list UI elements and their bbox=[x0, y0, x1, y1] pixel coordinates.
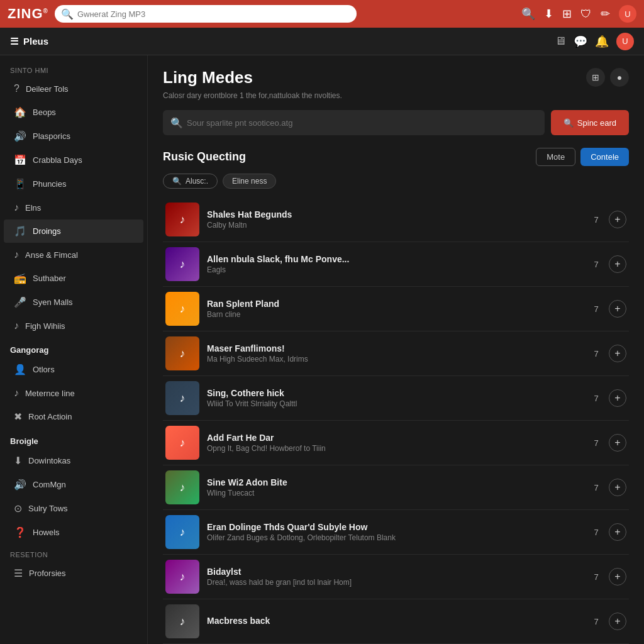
header-icon-btn-2[interactable]: ● bbox=[610, 68, 629, 87]
sidebar-item-suthaber[interactable]: 📻 Suthaber bbox=[4, 267, 143, 290]
continue-button[interactable]: Contele bbox=[580, 148, 629, 166]
active-music-icon: 🎵 bbox=[14, 225, 26, 237]
main-content: Ling Medes ⊞ ● Calosr dary erontblore 1 … bbox=[148, 55, 644, 644]
speaker2-icon: 🔊 bbox=[14, 479, 26, 491]
sidebar-item-common[interactable]: 🔊 ComMgn bbox=[4, 473, 143, 496]
sidebar-item-droings[interactable]: 🎵 Droings bbox=[4, 219, 143, 243]
user-avatar[interactable]: U bbox=[619, 5, 636, 23]
song-item[interactable]: ♪ Macbress back 7 + bbox=[163, 599, 629, 644]
sidebar-item-sulry-tows[interactable]: ⊙ Sulry Tows bbox=[4, 497, 143, 520]
search-button[interactable]: 🔍 Spinc eard bbox=[551, 110, 629, 135]
sidebar-item-meternce-iine[interactable]: ♪ Meternce Iine bbox=[4, 382, 143, 404]
header-icon-btn-1[interactable]: ⊞ bbox=[586, 68, 605, 87]
sidebar-item-root-actioin[interactable]: ✖ Root Actioin bbox=[4, 405, 143, 428]
song-actions: 7 + bbox=[590, 434, 626, 452]
sidebar-group-gangorag: Gangorag bbox=[0, 338, 147, 357]
shield-icon[interactable]: 🛡 bbox=[580, 8, 592, 21]
song-number: 7 bbox=[590, 438, 602, 448]
song-name: Allen nbula Slack, fhu Mc Ponve... bbox=[207, 254, 582, 264]
nav-menu[interactable]: ☰ Pleus bbox=[10, 36, 48, 47]
chat-icon[interactable]: 💬 bbox=[574, 35, 587, 48]
song-list: ♪ Shales Hat Begunds Calby Maltn 7 + ♪ A… bbox=[163, 197, 629, 644]
sidebar-label: Elns bbox=[25, 203, 41, 213]
song-actions: 7 + bbox=[590, 389, 626, 407]
calendar-icon: 📅 bbox=[14, 154, 26, 166]
page-subtitle: Calosr dary erontblore 1 the for,nattulo… bbox=[163, 91, 629, 100]
song-add-button[interactable]: + bbox=[609, 434, 626, 452]
edit-icon[interactable]: ✏ bbox=[601, 7, 610, 21]
song-item[interactable]: ♪ Maser Fanflimons! Ma High Sudeeсh Max,… bbox=[163, 331, 629, 376]
sidebar-item-proforsies[interactable]: ☰ Proforsies bbox=[4, 562, 143, 585]
hamburger-icon[interactable]: ☰ bbox=[10, 36, 18, 47]
song-actions: 7 + bbox=[590, 568, 626, 586]
sidebar-item-otlors[interactable]: 👤 Otlors bbox=[4, 358, 143, 381]
song-thumbnail: ♪ bbox=[165, 381, 199, 415]
song-item[interactable]: ♪ Ran Splent Pland Barn cline 7 + bbox=[163, 287, 629, 331]
song-add-button[interactable]: + bbox=[609, 389, 626, 407]
sidebar-item-phuncies[interactable]: 📱 Phuncies bbox=[4, 172, 143, 196]
song-item[interactable]: ♪ Add Fart He Dar Opng It, Bag Chd! Howb… bbox=[163, 421, 629, 465]
song-name: Ran Splent Pland bbox=[207, 299, 582, 309]
song-item[interactable]: ♪ Sine Wi2 Adon Bite Wling Tuecact 7 + bbox=[163, 465, 629, 510]
filter-chip-label-2: Eline ness bbox=[232, 177, 267, 186]
song-item[interactable]: ♪ Bidaylst Drea!, wass hald be gran [ind… bbox=[163, 555, 629, 599]
song-add-button[interactable]: + bbox=[609, 568, 626, 586]
song-add-button[interactable]: + bbox=[609, 211, 626, 228]
sidebar-label: Phuncies bbox=[33, 179, 66, 189]
sidebar-item-anse-fimcal[interactable]: ♪ Anse & Fimcal bbox=[4, 243, 143, 266]
mic-icon: 🎤 bbox=[14, 296, 26, 308]
help-icon: ❓ bbox=[14, 526, 26, 538]
main-layout: Sinto HMI ? Deileer Tols 🏠 Beops 🔊 Plasp… bbox=[0, 55, 644, 644]
search-icon-nav[interactable]: 🔍 bbox=[521, 7, 535, 21]
second-nav-avatar[interactable]: U bbox=[616, 33, 634, 50]
song-info: Macbress back bbox=[207, 616, 582, 627]
song-number: 7 bbox=[590, 572, 602, 582]
sidebar-item-elns[interactable]: ♪ Elns bbox=[4, 196, 143, 219]
sidebar-item-figh-wihiis[interactable]: ♪ Figh Wihiis bbox=[4, 314, 143, 337]
sidebar-label: Meternce Iine bbox=[25, 389, 75, 398]
sidebar-item-deileer-tols[interactable]: ? Deileer Tols bbox=[4, 77, 143, 100]
sidebar-label: ComMgn bbox=[33, 480, 66, 489]
main-search-wrap[interactable]: 🔍 bbox=[163, 110, 545, 135]
top-search-bar[interactable]: 🔍 bbox=[55, 5, 357, 23]
song-add-button[interactable]: + bbox=[609, 300, 626, 318]
song-add-button[interactable]: + bbox=[609, 479, 626, 496]
search-icon: 🔍 bbox=[61, 8, 74, 20]
sidebar-label: Root Actioin bbox=[28, 412, 72, 421]
sidebar-item-dowintokas[interactable]: ⬇ Dowintokas bbox=[4, 449, 143, 472]
second-nav-icons: 🖥 💬 🔔 U bbox=[555, 33, 634, 50]
sidebar-item-plasporics[interactable]: 🔊 Plasporics bbox=[4, 125, 143, 148]
filter-search-icon[interactable]: 🔍 Alusc:. bbox=[163, 174, 218, 189]
monitor-icon[interactable]: 🖥 bbox=[555, 35, 566, 48]
download-icon[interactable]: ⬇ bbox=[544, 7, 553, 21]
sidebar-label: Crabbla Days bbox=[33, 155, 82, 165]
grid-icon[interactable]: ⊞ bbox=[562, 7, 572, 21]
section-title: Rusic Quecting bbox=[163, 150, 246, 164]
song-item[interactable]: ♪ Eran Dolinge Thds Quar'd Subyle How Ol… bbox=[163, 510, 629, 555]
song-add-button[interactable]: + bbox=[609, 255, 626, 273]
logo[interactable]: ZING® bbox=[8, 6, 48, 22]
bell-icon[interactable]: 🔔 bbox=[595, 35, 609, 48]
song-name: Maser Fanflimons! bbox=[207, 343, 582, 353]
nav-title: Pleus bbox=[23, 36, 48, 47]
sidebar-item-syen-malls[interactable]: 🎤 Syen Malls bbox=[4, 291, 143, 314]
user-icon: 👤 bbox=[14, 364, 26, 375]
sidebar-item-beops[interactable]: 🏠 Beops bbox=[4, 101, 143, 124]
song-item[interactable]: ♪ Allen nbula Slack, fhu Mc Ponve... Eag… bbox=[163, 242, 629, 287]
more-button[interactable]: Mote bbox=[536, 148, 575, 166]
song-item[interactable]: ♪ Shales Hat Begunds Calby Maltn 7 + bbox=[163, 197, 629, 242]
sidebar-item-crabbla-days[interactable]: 📅 Crabbla Days bbox=[4, 148, 143, 172]
top-search-input[interactable] bbox=[77, 9, 350, 19]
song-number: 7 bbox=[590, 483, 602, 492]
song-add-button[interactable]: + bbox=[609, 613, 626, 630]
song-item[interactable]: ♪ Sing, Cothere hick Wliid To Vritt Slrr… bbox=[163, 376, 629, 421]
filter-chip-2[interactable]: Eline ness bbox=[223, 174, 276, 189]
song-add-button[interactable]: + bbox=[609, 345, 626, 362]
song-add-button[interactable]: + bbox=[609, 523, 626, 541]
song-number: 7 bbox=[590, 304, 602, 314]
music3-icon: ♪ bbox=[14, 320, 19, 331]
song-thumbnail: ♪ bbox=[165, 560, 199, 594]
song-artist: Wliid To Vritt Slrriality Qalttl bbox=[207, 399, 582, 408]
main-search-input[interactable] bbox=[187, 118, 537, 128]
sidebar-item-howels[interactable]: ❓ Howels bbox=[4, 521, 143, 544]
